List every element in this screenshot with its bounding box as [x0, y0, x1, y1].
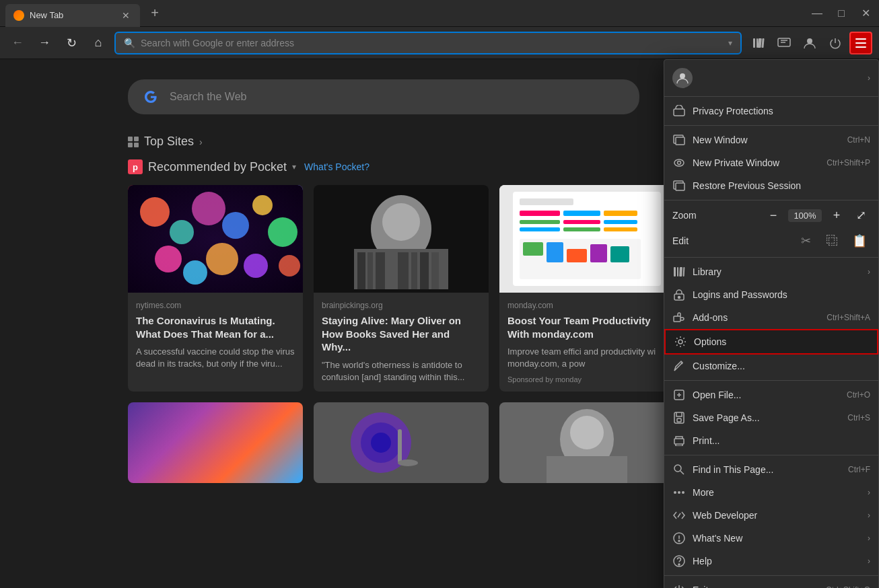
forward-button[interactable]: →	[34, 32, 55, 54]
back-button[interactable]: ←	[7, 32, 28, 54]
menu-item-new-private[interactable]: New Private Window Ctrl+Shift+P	[664, 151, 878, 174]
menu-item-more[interactable]: More ›	[664, 481, 878, 504]
privacy-label: Privacy Protections	[693, 106, 870, 116]
menu-item-customize[interactable]: Customize...	[664, 355, 878, 377]
menu-item-help[interactable]: Help ›	[664, 550, 878, 573]
svg-point-88	[678, 491, 680, 494]
bottom-card-3[interactable]	[499, 402, 674, 483]
address-bar[interactable]: 🔍 ▾	[114, 32, 742, 54]
zoom-value: 100%	[788, 209, 822, 222]
svg-rect-33	[420, 252, 429, 289]
article-source-brainpickings: brainpickings.org	[322, 301, 481, 310]
power-button[interactable]	[824, 32, 847, 54]
addons-icon	[672, 311, 686, 324]
svg-rect-9	[855, 42, 866, 44]
zoom-expand-button[interactable]: ⤢	[851, 206, 870, 225]
url-input[interactable]	[141, 38, 723, 48]
tab-close-button[interactable]: ✕	[120, 9, 132, 22]
article-card-monday[interactable]: monday.com Boost Your Team Productivity …	[499, 185, 674, 392]
active-tab[interactable]: New Tab ✕	[5, 4, 140, 27]
customize-icon	[672, 359, 686, 373]
bottom-card-2[interactable]	[314, 402, 489, 483]
article-body-nytimes: nytimes.com The Coronavirus Is Mutating.…	[128, 293, 303, 378]
svg-rect-45	[563, 227, 600, 231]
menu-item-logins[interactable]: Logins and Passwords	[664, 283, 878, 306]
minimize-button[interactable]: —	[809, 5, 825, 22]
svg-point-22	[279, 255, 300, 277]
dropdown-arrow-icon[interactable]: ▾	[728, 38, 732, 48]
refresh-button[interactable]: ↻	[61, 32, 82, 54]
menu-item-options[interactable]: Options	[664, 329, 878, 355]
menu-item-open-file[interactable]: Open File... Ctrl+O	[664, 383, 878, 406]
menu-item-find[interactable]: Find in This Page... Ctrl+F	[664, 458, 878, 481]
account-button[interactable]	[798, 32, 821, 54]
menu-item-web-developer[interactable]: Web Developer ›	[664, 504, 878, 527]
menu-item-exit[interactable]: Exit Ctrl+Shift+Q	[664, 579, 878, 588]
menu-item-library[interactable]: Library ›	[664, 260, 878, 283]
new-window-shortcut: Ctrl+N	[847, 135, 870, 145]
zoom-plus-button[interactable]: +	[827, 206, 846, 225]
nav-icons-group	[747, 32, 872, 54]
svg-rect-29	[376, 252, 385, 289]
edit-controls: Edit ✂ ⿻ 📋	[664, 227, 878, 254]
menu-divider-7	[664, 575, 878, 576]
article-image-nytimes	[128, 185, 303, 293]
menu-item-save-page[interactable]: Save Page As... Ctrl+S	[664, 406, 878, 429]
article-sponsored-monday: Sponsored by monday	[507, 375, 666, 383]
menu-item-print[interactable]: Print...	[664, 429, 878, 452]
menu-item-addons[interactable]: Add-ons Ctrl+Shift+A	[664, 306, 878, 329]
svg-point-58	[398, 460, 418, 466]
article-body-brainpickings: brainpickings.org Staying Alive: Mary Ol…	[314, 293, 489, 392]
help-label: Help	[693, 556, 861, 566]
article-title-nytimes: The Coronavirus Is Mutating. What Does T…	[136, 314, 295, 340]
cut-button[interactable]: ✂	[795, 230, 816, 252]
search-icon: 🔍	[124, 38, 135, 48]
whats-pocket-link[interactable]: What's Pocket?	[304, 161, 370, 172]
maximize-button[interactable]: □	[833, 5, 849, 22]
library-button[interactable]	[747, 32, 770, 54]
svg-point-13	[170, 220, 194, 244]
copy-button[interactable]: ⿻	[822, 230, 843, 252]
bottom-card-1[interactable]	[128, 402, 303, 483]
menu-item-new-window[interactable]: New Window Ctrl+N	[664, 128, 878, 151]
page-search-bar[interactable]: Search the Web	[128, 79, 639, 114]
menu-item-privacy[interactable]: Privacy Protections	[664, 100, 878, 122]
top-sites-arrow-icon[interactable]: ›	[199, 137, 203, 147]
close-button[interactable]: ✕	[857, 5, 874, 22]
tab-favicon	[13, 10, 24, 21]
home-button[interactable]: ⌂	[87, 32, 109, 54]
svg-rect-51	[590, 244, 607, 262]
svg-rect-39	[563, 211, 600, 216]
top-sites-icon	[128, 137, 139, 147]
svg-point-19	[183, 260, 207, 285]
article-card-nytimes[interactable]: nytimes.com The Coronavirus Is Mutating.…	[128, 185, 303, 392]
addons-shortcut: Ctrl+Shift+A	[827, 313, 870, 322]
edit-label: Edit	[672, 235, 789, 246]
svg-rect-2	[758, 38, 762, 48]
menu-divider-4	[664, 257, 878, 258]
new-window-label: New Window	[693, 135, 841, 145]
article-card-brainpickings[interactable]: brainpickings.org Staying Alive: Mary Ol…	[314, 185, 489, 392]
profile-menu-item[interactable]: ›	[664, 63, 878, 94]
menu-item-whats-new[interactable]: What's New ›	[664, 527, 878, 550]
new-tab-button[interactable]: +	[145, 4, 164, 23]
svg-point-67	[674, 159, 684, 166]
svg-rect-72	[677, 267, 678, 277]
open-file-icon	[672, 388, 686, 402]
pocket-dropdown-icon[interactable]: ▾	[292, 162, 296, 172]
menu-divider-6	[664, 455, 878, 455]
article-source-monday: monday.com	[507, 301, 666, 310]
zoom-minus-button[interactable]: −	[764, 206, 783, 225]
restore-session-label: Restore Previous Session	[693, 180, 870, 191]
menu-item-restore-session[interactable]: Restore Previous Session	[664, 174, 878, 197]
paste-button[interactable]: 📋	[849, 230, 870, 252]
svg-point-61	[570, 416, 604, 449]
menu-button[interactable]	[849, 32, 872, 54]
title-bar: New Tab ✕ + — □ ✕	[0, 0, 879, 27]
articles-grid: nytimes.com The Coronavirus Is Mutating.…	[128, 185, 751, 392]
more-arrow-icon: ›	[868, 488, 870, 497]
synced-tabs-button[interactable]	[773, 32, 796, 54]
privacy-icon	[672, 104, 686, 118]
svg-point-76	[678, 297, 680, 299]
main-content: Search the Web Top Sites › p Recommended…	[0, 59, 879, 588]
